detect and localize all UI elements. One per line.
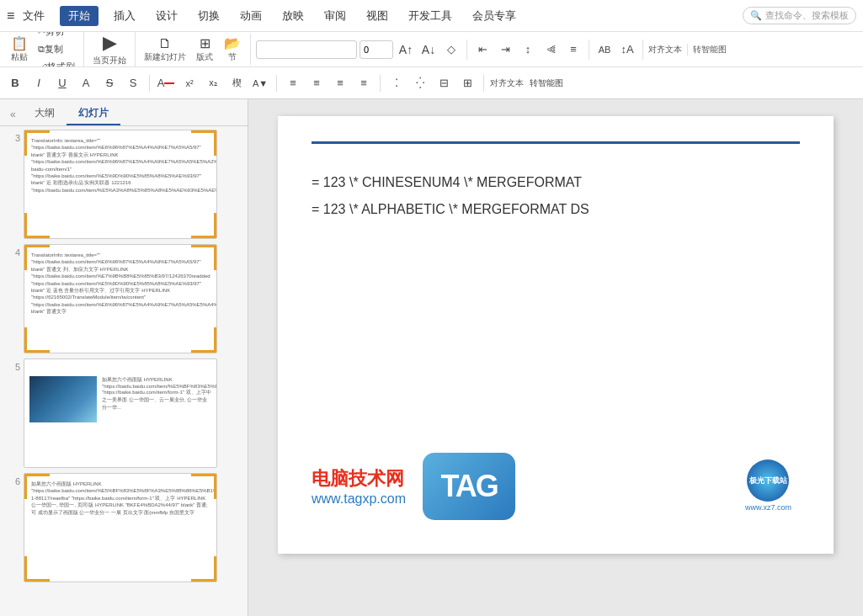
menu-insert[interactable]: 插入 (109, 7, 141, 25)
highlight-button[interactable]: A▼ (250, 73, 270, 93)
menu-design[interactable]: 设计 (151, 7, 183, 25)
paste-label: 粘贴 (11, 51, 28, 63)
list-item[interactable]: 6 如果您六个画面版 HYPERLINK "https://baike.baid… (7, 473, 241, 582)
section-button[interactable]: 📂 节 (220, 34, 245, 65)
justify-format-btn[interactable]: ≡ (354, 73, 374, 93)
section-icon: 📂 (224, 35, 241, 51)
format-painter-label: 格式刷 (47, 61, 75, 67)
strikethrough-button[interactable]: S (99, 73, 120, 93)
corner-bl-3 (24, 213, 50, 238)
increase-list-button[interactable]: ⊞ (457, 73, 477, 93)
slide-thumbnail-5[interactable]: 如果您六个画面版 HYPERLINK "https://baidu.baidu.… (24, 358, 217, 468)
menu-view[interactable]: 视图 (361, 7, 393, 25)
panel-tabs: « 大纲 幻灯片 (0, 99, 248, 126)
subscript-button[interactable]: x₂ (203, 73, 223, 93)
toolbar-format: B I U A S S A x² x₂ 楔 A▼ ≡ ≡ ≡ ≡ ⁚ ⁛ ⊟ ⊞… (0, 67, 863, 99)
content-area[interactable]: = 123 \* CHINESENUM4 \* MERGEFORMAT = 12… (248, 99, 863, 616)
slide-number-6: 6 (7, 476, 20, 486)
align-center-format-btn[interactable]: ≡ (306, 73, 327, 93)
cut-button[interactable]: ✂ 剪切 (35, 32, 78, 40)
menu-vip[interactable]: 会员专享 (467, 7, 521, 25)
menu-slideshow[interactable]: 放映 (277, 7, 309, 25)
increase-indent-button[interactable]: ⇥ (495, 40, 515, 60)
cut-label: 剪切 (45, 32, 64, 38)
number-list-button[interactable]: ⁛ (410, 73, 430, 93)
underline-button[interactable]: U (52, 73, 72, 93)
char-spacing-button[interactable]: 楔 (226, 73, 247, 93)
format-painter-button[interactable]: 🖌 格式刷 (35, 59, 78, 67)
align-right-format-btn[interactable]: ≡ (330, 73, 350, 93)
corner-br-3 (191, 213, 216, 238)
watermark-tag-box: TAG (423, 453, 515, 520)
align-text-label: 对齐文本 (648, 44, 682, 56)
superscript-button[interactable]: x² (179, 73, 200, 93)
slide-thumbnail-4[interactable]: TranslatorInfo::textarea_title="" "https… (24, 244, 217, 353)
menu-file[interactable]: 文件 (18, 7, 50, 25)
line-spacing-button[interactable]: ↕ (518, 40, 538, 60)
layout-button[interactable]: ⊞ 版式 (192, 34, 217, 65)
collapse-button[interactable]: « (7, 107, 19, 122)
font-color-s-button[interactable]: S (123, 73, 143, 93)
title-right: 🔍 查找命令、搜索模板 (743, 7, 856, 24)
slide-canvas: = 123 \* CHINESENUM4 \* MERGEFORMAT = 12… (278, 116, 834, 554)
align-center-button[interactable]: ≡ (563, 40, 583, 60)
decrease-font-button[interactable]: A↓ (418, 40, 439, 60)
slide-thumbnail-3[interactable]: TranslatorInfo::textarea_title="" "https… (24, 130, 217, 239)
font-group: A↑ A↓ ◇ (256, 40, 467, 60)
font-name-input[interactable] (256, 40, 357, 59)
play-icon: ▶ (103, 32, 117, 54)
slide-content-4: TranslatorInfo::textarea_title="" "https… (24, 245, 216, 322)
new-slide-label: 新建幻灯片 (144, 51, 186, 63)
bold-button[interactable]: B (5, 73, 25, 93)
paste-button[interactable]: 📋 粘贴 (7, 34, 32, 65)
clear-format-button[interactable]: ◇ (441, 40, 461, 60)
bullet-list-button[interactable]: ⁚ (386, 73, 407, 93)
layout-label: 版式 (196, 51, 213, 63)
list-item[interactable]: 4 TranslatorInfo::textarea_title="" "htt… (7, 244, 241, 353)
menu-transition[interactable]: 切换 (193, 7, 225, 25)
slide-watermark: 电脑技术网 www.tagxp.com TAG 极光下载站 www.xz7.co… (312, 453, 800, 520)
increase-font-button[interactable]: A↑ (396, 40, 416, 60)
search-box[interactable]: 🔍 查找命令、搜索模板 (743, 7, 856, 24)
decrease-indent-button[interactable]: ⇤ (472, 40, 493, 60)
tab-outline[interactable]: 大纲 (23, 103, 67, 125)
sort-button[interactable]: ↕A (617, 40, 637, 60)
corner-tl-6 (24, 474, 50, 499)
new-slide-button[interactable]: 🗋 新建幻灯片 (141, 34, 189, 65)
logo-circle: 极光下载站 (747, 459, 789, 502)
italic-button[interactable]: I (29, 73, 49, 93)
decrease-list-button[interactable]: ⊟ (434, 73, 454, 93)
font-color-a-button[interactable]: A (76, 73, 96, 93)
main-layout: « 大纲 幻灯片 3 TranslatorInfo::textarea_titl… (0, 99, 863, 616)
copy-button[interactable]: ⧉ 复制 (35, 41, 78, 57)
corner-tl-3 (24, 130, 50, 156)
corner-br-6 (191, 556, 216, 581)
menu-review[interactable]: 审阅 (319, 7, 351, 25)
watermark-red-text: 电脑技术网 (312, 466, 406, 491)
convert-smart-btn[interactable]: 转智能图 (527, 73, 566, 93)
font-size-input[interactable] (360, 40, 393, 59)
slide-content-6: 如果您六个画面版 HYPERLINK "https://baike.baidu.… (24, 474, 216, 523)
new-slide-icon: 🗋 (158, 35, 172, 51)
menu-animation[interactable]: 动画 (235, 7, 267, 25)
menu-icon[interactable]: ≡ (7, 8, 14, 24)
menu-start[interactable]: 开始 (60, 6, 99, 26)
slide-thumbnail-6[interactable]: 如果您六个画面版 HYPERLINK "https://baike.baidu.… (24, 473, 217, 582)
tab-slides[interactable]: 幻灯片 (67, 103, 120, 125)
align-text-format-label[interactable]: 对齐文本 (490, 77, 524, 89)
layout-icon: ⊞ (200, 35, 210, 51)
corner-tr-6 (191, 474, 216, 499)
align-left-format-btn[interactable]: ≡ (283, 73, 303, 93)
menu-developer[interactable]: 开发工具 (403, 7, 457, 25)
slide-text-5: 如果您六个画面版 HYPERLINK "https://baidu.baidu.… (102, 376, 211, 412)
align-group: 对齐文本 (648, 44, 688, 56)
font-color-picker[interactable]: A (156, 73, 176, 93)
align-left-button[interactable]: ⫷ (541, 40, 561, 60)
format-divider-3 (380, 75, 381, 92)
list-item[interactable]: 3 TranslatorInfo::textarea_title="" "htt… (7, 130, 241, 239)
list-item[interactable]: 5 如果您六个画面版 HYPERLINK "https://baidu.baid… (7, 358, 241, 468)
lang-button[interactable]: AB (594, 40, 615, 60)
menu-bar: 文件 开始 插入 设计 切换 动画 放映 审阅 视图 开发工具 会员专享 (18, 6, 739, 26)
slide-image-5 (29, 376, 97, 422)
start-slideshow-button[interactable]: ▶ 当页开始 (89, 32, 130, 67)
